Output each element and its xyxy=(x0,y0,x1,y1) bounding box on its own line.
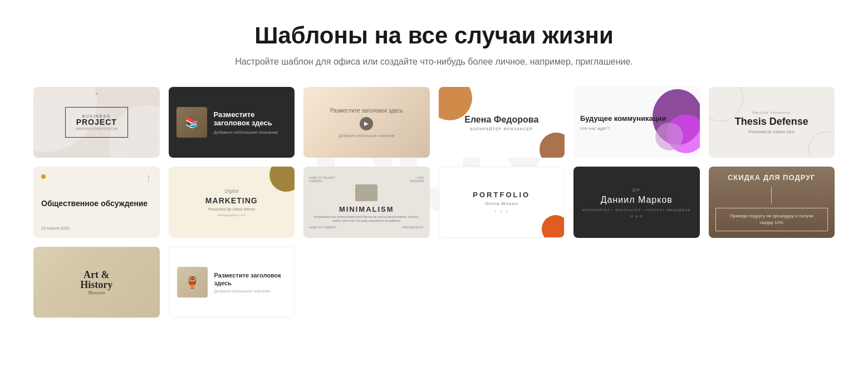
card-4-role: КОПИРАЙТЕР-ФРИЛАНСЕР xyxy=(464,127,538,131)
card-9-title: MINIMALISM xyxy=(339,205,394,213)
card-5-heading: Будущее коммуникации xyxy=(580,114,693,124)
card-13-text: Art & History Museum xyxy=(80,270,112,295)
card-10-name: Olivia Wilson xyxy=(485,201,518,206)
card-5-sub: Что нас ждёт? xyxy=(580,126,693,131)
card-6-university: Baccille University xyxy=(753,111,791,114)
card-14-text: Разместите заголовок здесь Добавьте небо… xyxy=(214,271,287,294)
template-card-art-history[interactable]: Art & History Museum xyxy=(33,247,160,318)
page-title: Шаблоны на все случаи жизни xyxy=(33,22,835,49)
card-2-text: Разместите заголовок здесь Добавьте небо… xyxy=(214,110,287,135)
card-4-name: Елена Федорова xyxy=(464,114,538,125)
template-card-elena-fedorova[interactable]: Елена Федорова КОПИРАЙТЕР-ФРИЛАНСЕР xyxy=(439,87,565,158)
templates-grid: ✦ BUSINESS PROJECT WWW.REALLYGREATSITE.C… xyxy=(33,87,835,318)
card-13-history: History xyxy=(80,280,112,290)
vertical-line xyxy=(771,187,772,203)
template-card-thesis-defense[interactable]: Baccille University Thesis Defense Prese… xyxy=(709,87,835,158)
card-14-heading: Разместите заголовок здесь xyxy=(214,271,287,287)
bottom-label-right: PRESENTED BY xyxy=(403,226,424,229)
page-subtitle: Настройте шаблон для офиса или создайте … xyxy=(33,57,835,67)
card-9-desc: Presentations are communication tools th… xyxy=(309,215,424,223)
card-8-title-sm: Digital xyxy=(224,188,238,194)
project-label: PROJECT xyxy=(76,118,117,126)
card-10-dots: • • • xyxy=(494,208,509,215)
card-7-date: 15 апреля 2020 xyxy=(41,226,152,230)
template-card-portfolio[interactable]: PORTFOLIO Olivia Wilson • • • xyxy=(439,167,565,237)
card-1-inner: BUSINESS PROJECT WWW.REALLYGREATSITE.COM xyxy=(65,107,128,138)
card-2-sub: Добавьте небольшое описание xyxy=(214,130,287,135)
template-card-digital-marketing[interactable]: Digital MARKETING Presented By Olivia Wi… xyxy=(169,167,295,237)
card-11-monogram: ДМ xyxy=(632,188,641,192)
card-4-text: Елена Федорова КОПИРАЙТЕР-ФРИЛАНСЕР xyxy=(464,114,538,131)
card-6-title: Thesis Defense xyxy=(735,116,808,128)
card-8-title-lg: MARKETING xyxy=(205,196,258,205)
card-8-website: reallygreatsite.com xyxy=(218,213,246,217)
card-5-text: Будущее коммуникации Что нас ждёт? xyxy=(573,108,700,138)
template-card-video[interactable]: Разместите заголовок здесь ▶ Добавьте не… xyxy=(303,87,430,158)
page-header: Шаблоны на все случаи жизни Настройте ша… xyxy=(33,22,835,67)
thumbnail-image xyxy=(355,184,377,201)
template-card-friend-discount[interactable]: СКИДКА ДЛЯ ПОДРУГ Приведи подругу на про… xyxy=(709,167,835,237)
discount-box: Приведи подругу на процедуру и получи ск… xyxy=(715,208,828,231)
card-2-heading: Разместите заголовок здесь xyxy=(214,110,287,128)
card-12-title: СКИДКА ДЛЯ ПОДРУГ xyxy=(728,173,816,183)
card-3-heading: Разместите заголовок здесь xyxy=(325,108,409,114)
template-card-future-comm[interactable]: Будущее коммуникации Что нас ждёт? xyxy=(573,87,700,158)
template-card-minimalism[interactable]: NAME OF PROJECTCOMPANY DATE00/00/0000 MI… xyxy=(303,167,430,237)
bottom-label-left: NAME OF COMPANY xyxy=(309,226,336,229)
menu-dots-icon: ⋮ xyxy=(145,174,152,182)
card-11-sub: КОПИРАЙТЕР • ФРИЛАНСЕР • КОНТЕНТ-МЕНЕДЖЕ… xyxy=(582,208,691,212)
date-info-label: DATE00/00/0000 xyxy=(410,176,424,183)
card-6-presenter: Presented by Juliana Silva xyxy=(749,130,795,134)
template-card-place-heading-light[interactable]: 🏺 Разместите заголовок здесь Добавьте не… xyxy=(169,247,295,318)
template-card-daniil-markov[interactable]: ДМ Даниил Марков КОПИРАЙТЕР • ФРИЛАНСЕР … xyxy=(573,167,700,237)
page-wrapper: DIJX Шаблоны на все случаи жизни Настрой… xyxy=(0,0,868,340)
card-13-art: Art & xyxy=(80,270,112,280)
card-7-heading: Общественное обсуждение xyxy=(41,198,152,208)
card-3-sub: Добавьте небольшое описание xyxy=(339,134,395,138)
play-button-icon: ▶ xyxy=(360,117,373,130)
template-card-public-discussion[interactable]: ⋮ Общественное обсуждение 15 апреля 2020 xyxy=(33,167,160,237)
card-9-footer: NAME OF COMPANY PRESENTED BY xyxy=(309,226,424,229)
card-2-thumbnail xyxy=(176,107,207,138)
card-8-presenter: Presented By Olivia Wilson xyxy=(208,207,255,211)
project-info-label: NAME OF PROJECTCOMPANY xyxy=(309,176,336,183)
card-11-name: Даниил Марков xyxy=(601,195,673,205)
logo-mark: ✦ xyxy=(95,91,99,96)
url-label: WWW.REALLYGREATSITE.COM xyxy=(76,127,117,130)
card-10-title: PORTFOLIO xyxy=(473,191,530,199)
card-13-museum: Museum xyxy=(80,290,112,295)
card-12-box-text: Приведи подругу на процедуру и получи ск… xyxy=(723,213,821,226)
card-14-sub: Добавьте небольшое описание xyxy=(214,289,287,293)
template-card-business-project[interactable]: ✦ BUSINESS PROJECT WWW.REALLYGREATSITE.C… xyxy=(33,87,160,158)
template-card-place-heading-dark[interactable]: Разместите заголовок здесь Добавьте небо… xyxy=(169,87,295,158)
card-11-dots xyxy=(631,215,642,217)
card-14-thumbnail: 🏺 xyxy=(177,267,208,298)
